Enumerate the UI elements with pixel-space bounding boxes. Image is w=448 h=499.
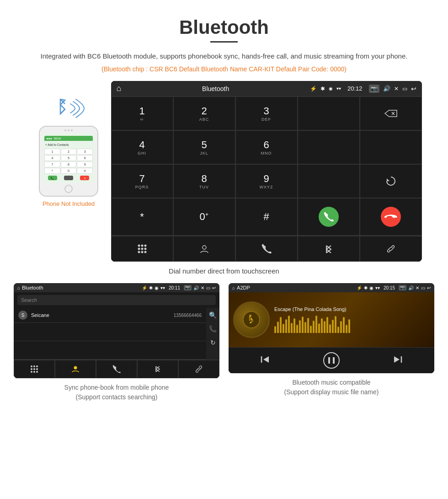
phone-add-contact: + Add to Contacts xyxy=(44,142,93,147)
dialpad-bottom-bluetooth[interactable] xyxy=(298,236,360,262)
svg-point-27 xyxy=(74,366,77,370)
music-screen: ⌂ A2DP ⚡ ✱ ◉ ▾▾ 20:15 📷 🔊 ✕ ▭ ↩ ♪ xyxy=(229,283,434,373)
dial-key-5[interactable]: 5JKL xyxy=(173,130,235,164)
phone-key-1[interactable]: 1 xyxy=(44,149,60,155)
music-volume-icon[interactable]: 🔊 xyxy=(408,285,414,290)
phonebook-search-bar[interactable]: Search xyxy=(17,295,216,305)
music-bar-4 xyxy=(283,324,284,333)
svg-marker-39 xyxy=(394,356,400,363)
music-screen-icon[interactable]: ▭ xyxy=(421,285,425,290)
pb-grid-icon[interactable] xyxy=(14,360,55,378)
dial-call-button[interactable] xyxy=(298,198,360,236)
svg-point-8 xyxy=(144,245,146,247)
phone-device-mock: ●●●More + Add to Contacts 1 2 3 4 5 6 7 … xyxy=(39,126,98,197)
music-close-icon[interactable]: ✕ xyxy=(416,285,419,290)
dial-key-9[interactable]: 9WXYZ xyxy=(235,164,298,198)
svg-point-20 xyxy=(36,365,38,367)
phone-key-0[interactable]: 0 xyxy=(61,168,77,174)
music-bar-6 xyxy=(288,316,290,333)
dial-backspace[interactable] xyxy=(360,97,422,130)
phone-key-hash[interactable]: # xyxy=(77,168,93,174)
phone-home-button[interactable] xyxy=(64,185,73,193)
phone-key-2[interactable]: 2 xyxy=(61,149,77,155)
pb-contacts-icon[interactable] xyxy=(55,360,96,378)
music-loc-icon: ◉ xyxy=(369,285,373,290)
dial-key-8[interactable]: 8TUV xyxy=(173,164,235,198)
dial-key-4[interactable]: 4GHI xyxy=(111,130,173,164)
dial-key-0[interactable]: 0+ xyxy=(173,198,235,236)
phonebook-statusbar: ⌂ Bluetooth ⚡ ✱ ◉ ▾▾ 20:11 📷 🔊 ✕ ▭ ↩ xyxy=(14,283,219,292)
dial-key-star[interactable]: * xyxy=(111,198,173,236)
music-play-button[interactable] xyxy=(323,352,340,369)
phone-mock-area: ●●●More + Add to Contacts 1 2 3 4 5 6 7 … xyxy=(27,95,111,207)
pb-search-icon[interactable]: 🔍 xyxy=(209,311,217,319)
phone-call-button[interactable]: 📞 xyxy=(48,176,57,180)
dialpad-bottom-grid[interactable] xyxy=(111,236,173,262)
pb-call-icon[interactable]: 📞 xyxy=(209,325,217,333)
pb-refresh-icon[interactable]: ↻ xyxy=(210,339,216,346)
music-bar-12 xyxy=(304,322,306,333)
pb-back-icon[interactable]: ↩ xyxy=(212,285,216,290)
dialpad-close-icon[interactable]: ✕ xyxy=(394,86,399,92)
phone-key-5[interactable]: 5 xyxy=(61,155,77,161)
dial-key-7[interactable]: 7PQRS xyxy=(111,164,173,198)
pb-screen-icon[interactable]: ▭ xyxy=(206,285,210,290)
dialpad-back-icon[interactable]: ↩ xyxy=(411,85,416,92)
dial-refresh[interactable] xyxy=(360,164,422,198)
dialpad-bottom-contacts[interactable] xyxy=(173,236,235,262)
phone-end-button[interactable] xyxy=(64,176,73,180)
bluetooth-signal-svg xyxy=(50,95,87,122)
phone-screen: ●●●More + Add to Contacts 1 2 3 4 5 6 7 … xyxy=(43,133,95,183)
phone-key-6[interactable]: 6 xyxy=(77,155,93,161)
music-prev-button[interactable] xyxy=(260,354,270,367)
svg-point-25 xyxy=(33,371,35,373)
pb-bluetooth-icon[interactable] xyxy=(137,360,178,378)
pb-link-icon[interactable] xyxy=(178,360,219,378)
phone-key-9[interactable]: 9 xyxy=(77,161,93,167)
dial-key-6[interactable]: 6MNO xyxy=(235,130,298,164)
music-camera-icon[interactable]: 📷 xyxy=(399,285,406,290)
music-bar-23 xyxy=(335,316,336,333)
phone-key-4[interactable]: 4 xyxy=(44,155,60,161)
phone-key-star[interactable]: * xyxy=(44,168,60,174)
phonebook-side-icons: 🔍 📞 ↻ xyxy=(206,308,219,359)
music-title: A2DP xyxy=(237,285,355,290)
dialpad-home-icon[interactable]: ⌂ xyxy=(117,84,122,93)
phone-not-included-label: Phone Not Included xyxy=(43,200,95,207)
title-divider xyxy=(210,41,238,43)
dial-key-3[interactable]: 3DEF xyxy=(235,97,298,130)
dial-key-2[interactable]: 2ABC xyxy=(173,97,235,130)
dial-empty-3 xyxy=(360,130,422,164)
music-bar-10 xyxy=(299,320,301,333)
pb-close-icon[interactable]: ✕ xyxy=(201,285,204,290)
pb-home-icon[interactable]: ⌂ xyxy=(17,285,20,290)
pb-volume-icon[interactable]: 🔊 xyxy=(193,285,199,290)
svg-marker-35 xyxy=(263,356,269,363)
music-album-art: ♪ xyxy=(233,301,270,338)
dial-key-1[interactable]: 1∞ xyxy=(111,97,173,130)
svg-point-11 xyxy=(144,248,146,250)
dialpad-volume-icon[interactable]: 🔊 xyxy=(383,85,390,92)
music-back-icon[interactable]: ↩ xyxy=(427,285,431,290)
phone-hangup-button[interactable]: ✕ xyxy=(80,176,89,180)
dialpad-camera-icon[interactable]: 📷 xyxy=(369,85,379,93)
dialpad-signal-icon: ▾▾ xyxy=(336,86,341,91)
phonebook-contact-item[interactable]: S Seicane 13566664466 xyxy=(14,308,206,323)
phone-key-3[interactable]: 3 xyxy=(77,149,93,155)
dialpad-bottom-link[interactable] xyxy=(360,236,422,262)
dialpad-bottom-call[interactable] xyxy=(235,236,298,262)
phone-key-8[interactable]: 8 xyxy=(61,161,77,167)
dialpad-screen-icon[interactable]: ▭ xyxy=(402,86,407,92)
svg-point-18 xyxy=(31,365,32,367)
music-bar-3 xyxy=(280,317,282,333)
svg-point-9 xyxy=(138,248,140,250)
dial-key-hash[interactable]: # xyxy=(235,198,298,236)
pb-camera-icon[interactable]: 📷 xyxy=(184,285,192,290)
music-home-icon[interactable]: ⌂ xyxy=(232,285,235,290)
pb-usb-icon: ⚡ xyxy=(142,285,147,290)
phone-key-7[interactable]: 7 xyxy=(44,161,60,167)
dial-hangup-button[interactable] xyxy=(360,198,422,236)
music-next-button[interactable] xyxy=(393,354,403,367)
phonebook-content: S Seicane 13566664466 🔍 📞 ↻ xyxy=(14,308,219,359)
pb-phone-icon[interactable] xyxy=(96,360,137,378)
